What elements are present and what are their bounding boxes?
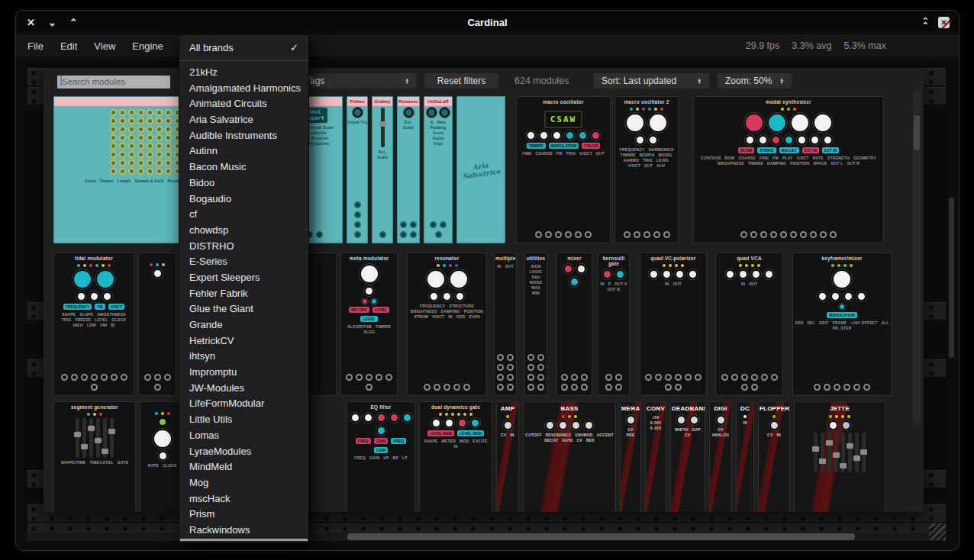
knob[interactable] xyxy=(376,426,386,436)
knob[interactable] xyxy=(76,291,86,301)
module-tile[interactable]: JETTE xyxy=(794,401,885,512)
jack[interactable] xyxy=(497,384,504,391)
knob[interactable] xyxy=(649,269,659,279)
module-tile[interactable]: meta modulatorINT. OSCLEVELLEVELALGORITH… xyxy=(340,253,398,396)
knob[interactable] xyxy=(584,420,594,430)
jack[interactable] xyxy=(581,374,588,381)
module-tile[interactable]: tidal modulatorFREQUENCYFMV/OCTSHAPESLOP… xyxy=(53,253,134,396)
slider[interactable] xyxy=(841,433,845,472)
module-tile[interactable]: multiplesINOUT xyxy=(494,253,517,396)
brand-menu-item[interactable]: HetrickCV xyxy=(179,333,308,349)
knob[interactable] xyxy=(744,113,764,133)
jack[interactable] xyxy=(91,384,98,391)
jack[interactable] xyxy=(535,231,542,238)
slider[interactable] xyxy=(110,418,114,458)
brand-menu-item[interactable]: Audible Instruments xyxy=(179,128,308,144)
jack[interactable] xyxy=(527,384,534,391)
jack[interactable] xyxy=(561,374,568,381)
jack[interactable] xyxy=(741,384,748,391)
knob[interactable] xyxy=(440,108,450,117)
jack[interactable] xyxy=(761,374,768,381)
knob[interactable] xyxy=(442,291,452,301)
module-tile[interactable]: DEADBANDWIDTHGAPCV xyxy=(670,401,705,512)
brand-menu-item[interactable]: Aria Salvatrice xyxy=(179,112,308,128)
jack[interactable] xyxy=(71,374,78,381)
module-tile[interactable]: RotatoesExt.Scale xyxy=(397,96,420,243)
module-tile[interactable] xyxy=(138,253,176,396)
jack[interactable] xyxy=(810,231,817,238)
brand-menu-item[interactable]: Lomas xyxy=(179,428,308,444)
brand-menu-item[interactable]: Mog xyxy=(179,475,308,491)
jack[interactable] xyxy=(385,374,392,381)
jack[interactable] xyxy=(81,374,88,381)
jack[interactable] xyxy=(663,231,670,238)
brand-menu-item[interactable]: E-Series xyxy=(179,254,308,270)
jack[interactable] xyxy=(440,221,447,228)
jack[interactable] xyxy=(463,384,470,391)
knob[interactable] xyxy=(662,269,672,279)
knob[interactable] xyxy=(73,269,92,289)
brand-menu-item[interactable]: Fehler Fabrik xyxy=(179,286,308,302)
jack[interactable] xyxy=(507,384,514,391)
knob[interactable] xyxy=(771,135,781,145)
module-tile[interactable]: DIGICVANALOG xyxy=(709,401,732,512)
knob[interactable] xyxy=(402,413,412,423)
knob[interactable] xyxy=(353,108,363,117)
jack[interactable] xyxy=(497,354,504,361)
knob[interactable] xyxy=(503,420,513,430)
jack[interactable] xyxy=(366,374,373,381)
slider[interactable] xyxy=(862,433,866,472)
module-tile[interactable]: BASSCUTOFFRESONANCEENVMODACCENTDECAYGATE… xyxy=(523,401,616,512)
jack[interactable] xyxy=(655,374,662,381)
module-tile[interactable]: PokiesGlobal Trig xyxy=(347,96,368,243)
jack[interactable] xyxy=(770,231,777,238)
menu-file[interactable]: File xyxy=(27,40,44,52)
jack[interactable] xyxy=(814,384,821,391)
jack[interactable] xyxy=(721,374,728,381)
jack[interactable] xyxy=(843,384,850,391)
jack[interactable] xyxy=(555,231,562,238)
slider[interactable] xyxy=(821,433,824,472)
knob[interactable] xyxy=(648,135,658,145)
slider[interactable] xyxy=(96,418,100,458)
knob[interactable] xyxy=(769,420,779,430)
knob[interactable] xyxy=(552,130,562,140)
brand-menu-item[interactable]: Little Utils xyxy=(179,412,308,428)
slider[interactable] xyxy=(848,433,852,472)
jack[interactable] xyxy=(750,231,757,238)
jack[interactable] xyxy=(545,231,552,238)
knob[interactable] xyxy=(764,269,774,279)
jack[interactable] xyxy=(834,384,840,391)
knob[interactable] xyxy=(102,291,112,301)
jack[interactable] xyxy=(91,374,98,381)
jack[interactable] xyxy=(771,374,778,381)
module-tile[interactable]: quad VC-polarizerINOUT xyxy=(640,253,707,396)
jack[interactable] xyxy=(537,374,544,381)
jack[interactable] xyxy=(61,374,68,381)
jack[interactable] xyxy=(507,354,514,361)
brand-menu-item[interactable]: Prism xyxy=(179,507,308,523)
knob[interactable] xyxy=(839,304,845,310)
knob[interactable] xyxy=(360,264,379,284)
knob[interactable] xyxy=(457,418,467,428)
jack[interactable] xyxy=(605,374,612,381)
knob[interactable] xyxy=(676,415,686,425)
jack[interactable] xyxy=(410,221,417,228)
module-tile[interactable]: UnDuLaRXStepPaddingZoomAlphaTrigs xyxy=(424,96,453,243)
knob[interactable] xyxy=(790,113,810,133)
jack[interactable] xyxy=(497,364,504,371)
knob[interactable] xyxy=(635,135,645,145)
reset-filters-button[interactable]: Reset filters xyxy=(424,73,498,89)
jack[interactable] xyxy=(537,384,544,391)
jack[interactable] xyxy=(537,364,544,371)
jack[interactable] xyxy=(354,211,361,218)
knob[interactable] xyxy=(158,451,168,461)
jack[interactable] xyxy=(144,374,151,381)
knob[interactable] xyxy=(576,264,586,274)
knob[interactable] xyxy=(648,113,668,133)
tags-filter-select[interactable]: Tags ▲▼ xyxy=(298,73,417,89)
brand-menu-item[interactable]: Bogaudio xyxy=(179,191,308,208)
jack[interactable] xyxy=(561,384,568,391)
jack[interactable] xyxy=(643,231,650,238)
slider[interactable] xyxy=(76,418,79,458)
